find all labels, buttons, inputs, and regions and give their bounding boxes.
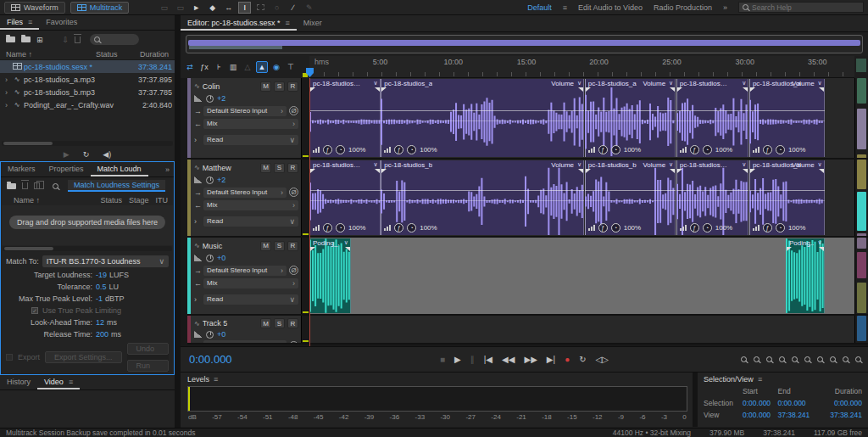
clip-stretch-button[interactable]: ◔: [407, 223, 416, 233]
routing-icon[interactable]: ⊦: [213, 61, 225, 73]
brush-tool[interactable]: ✎: [303, 2, 315, 14]
input-monitor-toggle[interactable]: ◉: [270, 61, 282, 73]
clip-volume-label[interactable]: Volume: [643, 161, 665, 169]
clip-stretch-button[interactable]: ◔: [776, 145, 785, 154]
zoom-full-button[interactable]: [855, 356, 861, 362]
selection-view-menu-icon[interactable]: ≡: [758, 375, 762, 384]
clip-menu-chevron-icon[interactable]: ∨: [742, 161, 746, 168]
file-row[interactable]: ›∿Podingt_.ear_-_Crafty.wav2:40.840: [0, 98, 175, 111]
match-col-itu[interactable]: ITU: [156, 196, 169, 204]
lasso-selection-tool[interactable]: ○: [270, 2, 283, 14]
nav-track-8[interactable]: [857, 316, 866, 341]
field-value[interactable]: -19: [96, 271, 107, 279]
solo-monitor-toggle[interactable]: ▲: [256, 61, 268, 73]
match-col-name[interactable]: Name ↑: [14, 196, 93, 204]
go-to-end-button[interactable]: ▶|: [547, 355, 555, 364]
tab-mixer[interactable]: Mixer: [297, 16, 329, 31]
clip-controls[interactable]: ƒ◔100%: [588, 145, 641, 154]
fade-in-handle[interactable]: [750, 87, 755, 92]
solo-button[interactable]: S: [274, 318, 285, 328]
phase-invert-icon[interactable]: Ø: [289, 106, 298, 115]
clip-menu-chevron-icon[interactable]: ∨: [577, 80, 581, 87]
loop-playback-button[interactable]: ↻: [579, 355, 586, 364]
fade-in-handle[interactable]: [586, 87, 591, 92]
preview-auto-play-button[interactable]: ◀): [103, 150, 111, 159]
multitrack-view-button[interactable]: Multitrack: [70, 2, 130, 14]
track-output-selector[interactable]: Mix›: [203, 200, 298, 210]
fade-in-handle[interactable]: [787, 247, 792, 251]
clip-volume-label[interactable]: Volume: [551, 80, 574, 87]
track-lane[interactable]: pc-18-studios_a V...∨ƒ◔100%pc-18-studios…: [309, 78, 854, 158]
clip-controls[interactable]: ƒ◔100%: [753, 223, 805, 233]
clip-controls[interactable]: ƒ◔100%: [753, 145, 805, 154]
true-peak-checkbox[interactable]: ✓: [31, 307, 38, 314]
fade-in-handle[interactable]: [677, 87, 682, 92]
fade-in-handle[interactable]: [381, 87, 387, 92]
skip-selection-button[interactable]: ◁▷: [596, 355, 609, 364]
nav-track-matthew[interactable]: [857, 160, 866, 189]
export-checkbox[interactable]: [6, 354, 13, 361]
field-value[interactable]: 200: [96, 330, 108, 339]
clip-fx-button[interactable]: ƒ: [598, 223, 608, 233]
clip-menu-chevron-icon[interactable]: ∨: [817, 239, 821, 246]
track-header[interactable]: ∿MatthewMSR+2→Default Stereo Input›Ø←Mix…: [187, 160, 309, 236]
zoom-in-time-button[interactable]: [741, 356, 747, 362]
sv-value[interactable]: 37:38.241: [813, 411, 862, 419]
match-to-dropdown[interactable]: ITU-R BS.1770-3 Loudness ∨: [42, 255, 169, 267]
clip-stretch-button[interactable]: ◔: [776, 223, 785, 233]
tab-files[interactable]: Files≡: [0, 15, 39, 30]
fade-out-handle[interactable]: [819, 87, 824, 92]
nav-track-6[interactable]: [857, 252, 866, 279]
panel-menu-icon[interactable]: ≡: [69, 375, 73, 389]
tab-properties[interactable]: Properties: [42, 162, 91, 176]
audio-clip[interactable]: pc-18-studios_b V...∨ƒ◔100%: [309, 160, 381, 235]
clip-fx-button[interactable]: ƒ: [394, 145, 403, 154]
preview-play-button[interactable]: ▶: [64, 150, 70, 159]
expand-chevron-icon[interactable]: ›: [3, 88, 10, 97]
clip-stretch-button[interactable]: ◔: [703, 145, 712, 154]
export-settings-button[interactable]: Export Settings...: [45, 351, 122, 363]
tab-video[interactable]: Video≡: [37, 375, 80, 389]
track-gain-value[interactable]: +0: [217, 254, 225, 262]
files-col-status[interactable]: Status: [96, 50, 126, 59]
mute-button[interactable]: M: [260, 81, 271, 92]
phase-invert-icon[interactable]: Ø: [289, 188, 298, 197]
volume-envelope-line[interactable]: [309, 190, 381, 191]
vertical-navigator-strip[interactable]: [854, 160, 868, 236]
audio-clip[interactable]: pc-18-studios_a Vol...∨ƒ◔100%: [676, 79, 749, 157]
pause-button[interactable]: ∥: [470, 355, 475, 364]
automation-mode-dropdown[interactable]: Read∨: [203, 135, 298, 145]
track-lane[interactable]: [309, 316, 854, 343]
automation-mode-dropdown[interactable]: Read∨: [203, 294, 298, 305]
undo-button[interactable]: Undo: [127, 343, 169, 355]
fade-in-handle[interactable]: [381, 169, 387, 173]
tab-match-loudn[interactable]: Match Loudn: [91, 162, 148, 176]
match-loudness-settings-button[interactable]: Match Loudness Settings: [68, 180, 165, 192]
nav-track-music[interactable]: [857, 192, 866, 231]
vertical-navigator-strip[interactable]: [854, 78, 868, 158]
clip-stretch-button[interactable]: ◔: [611, 145, 620, 154]
fade-in-handle[interactable]: [586, 169, 591, 173]
clip-controls[interactable]: ƒ◔100%: [384, 145, 437, 154]
clip-menu-chevron-icon[interactable]: ∨: [669, 80, 673, 87]
clip-menu-chevron-icon[interactable]: ∨: [817, 80, 821, 87]
zoom-to-selection-button[interactable]: [830, 356, 836, 362]
solo-button[interactable]: S: [274, 241, 285, 251]
match-drop-area[interactable]: Drag and drop supported media files here: [2, 205, 173, 245]
fade-out-handle[interactable]: [743, 169, 748, 173]
volume-knob[interactable]: [206, 176, 214, 184]
zoom-in-amplitude-button[interactable]: [766, 356, 772, 362]
audio-clip[interactable]: pc-18-studios_a V...∨ƒ◔100%: [309, 79, 381, 157]
panel-menu-icon[interactable]: ≡: [286, 16, 290, 31]
pencil-tool[interactable]: ∕: [287, 2, 299, 14]
clip-menu-chevron-icon[interactable]: ∨: [344, 239, 348, 246]
clip-controls[interactable]: ƒ◔100%: [384, 223, 437, 233]
overview-range-band[interactable]: [188, 40, 860, 46]
nav-track-colin[interactable]: [857, 109, 866, 148]
nav-track-7[interactable]: [857, 283, 866, 313]
delete-file-icon[interactable]: [75, 36, 81, 43]
zoom-reset-button[interactable]: [792, 356, 798, 362]
clip-fx-button[interactable]: ƒ: [763, 223, 772, 233]
fade-in-handle[interactable]: [310, 247, 315, 251]
run-button[interactable]: Run: [127, 360, 169, 372]
